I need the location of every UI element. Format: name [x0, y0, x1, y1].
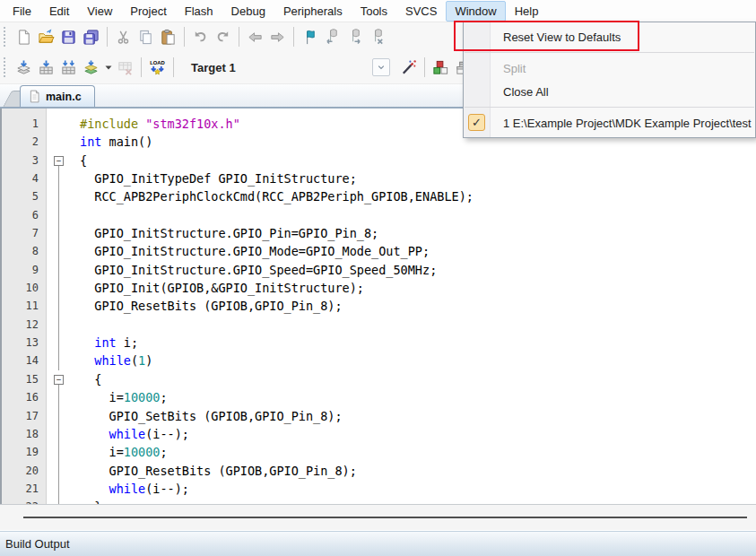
toolbar-separator	[184, 27, 185, 47]
fold-column	[47, 133, 72, 151]
code-editor[interactable]: 1#include "stm32f10x.h"2int main()3−{4 G…	[0, 109, 756, 504]
code-text[interactable]: int i;	[72, 334, 138, 352]
code-text[interactable]	[72, 206, 80, 224]
code-text[interactable]	[72, 316, 80, 334]
fold-tree-line	[58, 407, 59, 425]
clear-bookmarks-button[interactable]	[366, 26, 388, 48]
menu-help[interactable]: Help	[506, 1, 548, 22]
fold-column	[47, 425, 72, 443]
menu-view[interactable]: View	[78, 1, 121, 22]
redo-button[interactable]	[212, 26, 234, 48]
code-text[interactable]: GPIO_InitTypeDef GPIO_InitStructure;	[72, 169, 357, 187]
code-line: 3−{	[2, 152, 756, 169]
next-bookmark-button[interactable]	[343, 26, 366, 48]
menu-edit[interactable]: Edit	[40, 1, 78, 22]
cut-button[interactable]	[112, 26, 135, 48]
menu-peripherals[interactable]: Peripherals	[274, 1, 352, 22]
toolbar-separator	[424, 57, 425, 77]
code-text[interactable]: i=10000;	[72, 443, 168, 461]
undo-button[interactable]	[189, 26, 212, 48]
code-line: 8 GPIO_InitStructure.GPIO_Mode=GPIO_Mode…	[2, 242, 756, 260]
navigate-back-button[interactable]	[244, 26, 266, 48]
new-file-button[interactable]	[13, 26, 35, 48]
menu-item-recent-window[interactable]: ✓1 E:\Example Project\MDK Example Projec…	[464, 111, 755, 135]
code-text[interactable]: GPIO_InitStructure.GPIO_Speed=GPIO_Speed…	[72, 261, 437, 279]
tab-main-c[interactable]: main.c	[20, 85, 95, 107]
menu-svcs[interactable]: SVCS	[396, 1, 446, 22]
build-icon	[38, 59, 55, 76]
fold-collapse-icon[interactable]: −	[54, 156, 64, 166]
fold-tree-line	[58, 462, 59, 480]
menu-file[interactable]: File	[4, 1, 40, 22]
fold-tree-line	[58, 352, 59, 369]
code-text[interactable]: GPIO_ResetBits (GPIOB,GPIO_Pin_8);	[72, 297, 343, 315]
save-all-button[interactable]	[80, 26, 102, 48]
chevron-down-icon[interactable]	[372, 58, 390, 76]
code-text[interactable]: i=10000;	[72, 388, 168, 406]
manage-project-items-button[interactable]	[430, 56, 452, 79]
menu-item-label: Reset View to Defaults	[503, 30, 621, 44]
scrollbar-thumb[interactable]	[23, 517, 747, 518]
toolbar-grip[interactable]	[4, 27, 9, 47]
code-text[interactable]: while(i--);	[72, 480, 189, 498]
code-text[interactable]: while(i--);	[72, 425, 189, 443]
stop-build-button[interactable]	[114, 56, 136, 79]
copy-icon	[137, 29, 154, 46]
line-number: 21	[2, 480, 47, 498]
horizontal-scrollbar[interactable]	[0, 504, 756, 530]
toggle-bookmark-button[interactable]	[299, 26, 321, 48]
translate-button[interactable]	[13, 56, 35, 79]
save-all-icon	[83, 29, 100, 46]
fold-tree-line	[58, 425, 59, 443]
fold-tree-line	[58, 498, 59, 504]
load-icon: LOAD	[149, 59, 166, 76]
fold-collapse-icon[interactable]: −	[54, 375, 64, 385]
menu-window[interactable]: Window	[446, 1, 505, 22]
code-text[interactable]: }	[72, 498, 101, 504]
menu-item-reset-view-to-defaults[interactable]: Reset View to Defaults	[464, 25, 755, 48]
save-icon	[60, 29, 77, 46]
build-button[interactable]	[35, 56, 57, 79]
navigate-forward-button[interactable]	[266, 26, 289, 48]
previous-bookmark-button[interactable]	[321, 26, 343, 48]
code-line: 14 while(1)	[2, 352, 756, 369]
code-text[interactable]: {	[72, 152, 87, 169]
build-output-bar[interactable]: Build Output	[0, 531, 756, 556]
paste-button[interactable]	[157, 26, 179, 48]
rebuild-button[interactable]	[57, 56, 80, 79]
build-dropdown-arrow[interactable]	[102, 56, 114, 79]
line-number: 22	[2, 498, 47, 504]
menu-tools[interactable]: Tools	[352, 1, 396, 22]
menu-debug[interactable]: Debug	[222, 1, 274, 22]
toolbar-separator	[107, 27, 108, 47]
batch-build-button[interactable]	[80, 56, 102, 79]
fold-column	[47, 480, 72, 498]
save-button[interactable]	[57, 26, 80, 48]
code-text[interactable]: GPIO_InitStructure.GPIO_Pin=GPIO_Pin_8;	[72, 224, 378, 242]
menu-item-close-all[interactable]: Close All	[464, 80, 755, 103]
code-text[interactable]: GPIO_SetBits (GPIOB,GPIO_Pin_8);	[72, 407, 343, 425]
code-text[interactable]: GPIO_InitStructure.GPIO_Mode=GPIO_Mode_O…	[72, 242, 430, 260]
code-text[interactable]: {	[72, 370, 101, 388]
code-text[interactable]: GPIO_Init(GPIOB,&GPIO_InitStructure);	[72, 279, 364, 297]
options-for-target-button[interactable]	[397, 56, 420, 79]
download-to-flash-button[interactable]: LOAD	[146, 56, 169, 79]
bookmark-next-icon	[346, 29, 363, 46]
fold-tree-line	[58, 334, 59, 352]
code-text[interactable]: RCC_APB2PeriphClockCmd(RCC_APB2Periph_GP…	[72, 187, 474, 205]
code-text[interactable]: #include "stm32f10x.h"	[72, 115, 240, 133]
fold-column: −	[47, 370, 72, 388]
code-text[interactable]: GPIO_ResetBits (GPIOB,GPIO_Pin_8);	[72, 462, 357, 480]
menu-flash[interactable]: Flash	[176, 1, 222, 22]
menu-project[interactable]: Project	[121, 1, 175, 22]
window-menu-popup: Reset View to DefaultsSplitClose All✓1 E…	[463, 22, 756, 138]
target-select[interactable]: Target 1	[184, 56, 392, 78]
open-file-button[interactable]	[35, 26, 57, 48]
toolbar-grip[interactable]	[4, 57, 9, 77]
line-number: 8	[2, 242, 47, 260]
code-text[interactable]: while(1)	[72, 352, 152, 369]
copy-button[interactable]	[135, 26, 157, 48]
fold-tree-line	[58, 443, 59, 461]
code-text[interactable]: int main()	[72, 133, 152, 151]
nav-back-icon	[247, 29, 264, 46]
